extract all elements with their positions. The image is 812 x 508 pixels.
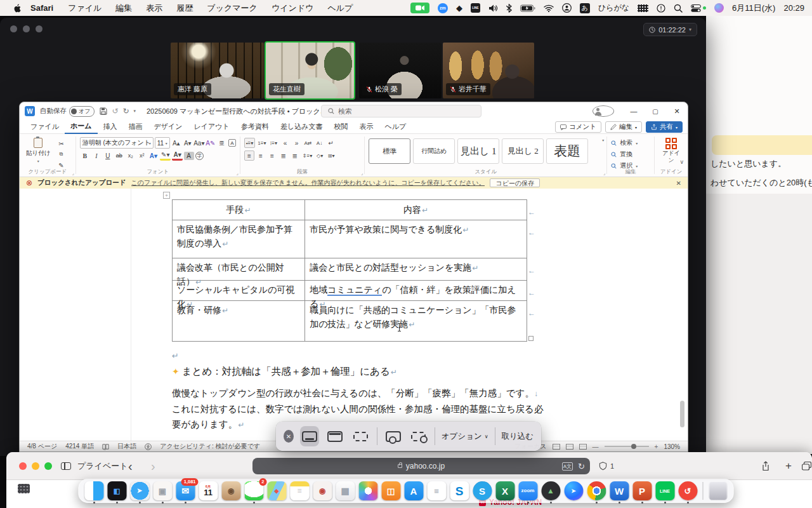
- dock-icon-books[interactable]: ◫: [381, 480, 402, 502]
- language-indicator[interactable]: 日本語: [117, 442, 136, 451]
- editing-mode-button[interactable]: 編集 ▾: [605, 121, 642, 133]
- table-resize-handle[interactable]: [528, 336, 534, 341]
- numbering-button[interactable]: 1≡▾: [256, 138, 267, 148]
- text-effects-button[interactable]: A▾: [148, 150, 159, 161]
- line-spacing-button[interactable]: ⇕≡▾: [301, 150, 313, 161]
- word-search-input[interactable]: 検索: [321, 105, 481, 117]
- show-formatting-marks-button[interactable]: ↵: [325, 138, 336, 148]
- meeting-timer[interactable]: 01:22:22 ▾: [643, 23, 697, 36]
- menu-item[interactable]: ヘルプ: [320, 3, 360, 14]
- ribbon-tab[interactable]: ファイル: [25, 120, 65, 133]
- style-gallery-item[interactable]: 見出し 2: [502, 138, 544, 164]
- dock-icon-excel[interactable]: X: [495, 480, 516, 502]
- dock-icon-messenger[interactable]: ➤: [563, 480, 584, 502]
- ribbon-collapse-icon[interactable]: ∨: [679, 159, 684, 165]
- dock-icon-trash[interactable]: [708, 480, 729, 502]
- table-move-handle[interactable]: +: [163, 192, 170, 199]
- warning-message-link[interactable]: このファイルに問題が発生し、新しい変更を保存できません。作業内容が失われないよう…: [131, 178, 485, 187]
- align-center-button[interactable]: ≡: [256, 150, 266, 161]
- dock-icon-chrome[interactable]: [586, 480, 607, 502]
- highlight-color-button[interactable]: ✎▾: [160, 150, 171, 161]
- copy-button[interactable]: ⧉: [56, 149, 66, 159]
- shrink-font-button[interactable]: A▾: [183, 138, 193, 148]
- dock-icon-finder[interactable]: [84, 480, 105, 502]
- address-bar[interactable]: yahoo.co.jp A文 ↻: [252, 458, 590, 474]
- window-controls[interactable]: [10, 25, 43, 32]
- strikethrough-button[interactable]: ab: [114, 150, 124, 161]
- dock-icon-preview[interactable]: ▣: [152, 480, 173, 502]
- forward-button[interactable]: ›: [151, 452, 155, 480]
- autosave-control[interactable]: 自動保存 オフ: [40, 106, 95, 117]
- style-gallery-item[interactable]: 標準: [369, 138, 410, 164]
- enclose-characters-button[interactable]: A: [228, 139, 236, 147]
- control-center-icon[interactable]: [691, 4, 706, 12]
- zoom-window-button[interactable]: [36, 25, 43, 32]
- zoom-in-button[interactable]: +: [655, 443, 658, 450]
- share-button[interactable]: [761, 452, 770, 480]
- borders-button[interactable]: ⊞▾: [326, 150, 336, 161]
- sync-status-icon[interactable]: [657, 4, 665, 13]
- battery-icon[interactable]: [520, 4, 535, 12]
- dock-icon-safari[interactable]: ➤: [129, 480, 150, 502]
- dock-icon-skype[interactable]: S: [472, 480, 493, 502]
- style-gallery-item[interactable]: 行間詰め: [413, 138, 455, 164]
- ribbon-tab[interactable]: デザイン: [148, 120, 188, 133]
- line-menubar-icon[interactable]: LINE: [471, 3, 480, 13]
- dock-icon-powerpoint[interactable]: P: [632, 480, 653, 502]
- zoom-out-button[interactable]: —: [593, 443, 599, 450]
- ribbon-tab[interactable]: レイアウト: [188, 120, 235, 133]
- dock-icon-reminders[interactable]: ≡: [426, 480, 447, 502]
- zoom-menubar-icon[interactable]: zm: [438, 3, 448, 13]
- grid-widget-icon[interactable]: [18, 484, 30, 493]
- align-left-button[interactable]: ≡: [244, 150, 254, 161]
- editing-command[interactable]: 検索 ▾: [611, 138, 650, 148]
- ribbon-tab[interactable]: 描画: [123, 120, 148, 133]
- participant-video-tile[interactable]: 岩井千華: [443, 43, 534, 98]
- style-gallery-scroll-icon[interactable]: ▾: [602, 138, 604, 142]
- ruby-button[interactable]: 亜: [217, 138, 227, 148]
- participant-video-tile[interactable]: 花生直樹: [266, 43, 354, 98]
- screen-recording-camera-icon[interactable]: [410, 3, 429, 13]
- menubar-date[interactable]: 6月11日(水): [732, 3, 775, 14]
- asian-layout-button[interactable]: A⇄: [303, 138, 313, 148]
- close-warning-icon[interactable]: ✕: [676, 180, 681, 187]
- accessibility-status[interactable]: アクセシビリティ: 検討が必要です: [160, 442, 260, 451]
- page-indicator[interactable]: 4/8 ページ: [27, 442, 57, 451]
- style-gallery-item[interactable]: 見出し 1: [457, 138, 499, 164]
- zoom-slider[interactable]: [605, 446, 649, 447]
- clear-formatting-button[interactable]: A✎: [206, 138, 216, 148]
- distribute-text-button[interactable]: ≣: [290, 150, 300, 161]
- minimize-window-button[interactable]: [32, 462, 39, 470]
- change-case-button[interactable]: Aa▾: [194, 138, 204, 148]
- wifi-icon[interactable]: [544, 4, 554, 12]
- participant-video-tile[interactable]: 松浪 榮: [359, 43, 442, 98]
- dock-icon-maps[interactable]: ◆: [266, 480, 287, 502]
- record-selection-button[interactable]: [409, 426, 428, 446]
- close-window-button[interactable]: [19, 462, 27, 470]
- capture-button[interactable]: 取り込む: [501, 431, 534, 442]
- bluetooth-icon[interactable]: [506, 4, 512, 13]
- back-button[interactable]: ‹: [128, 452, 133, 480]
- dock-icon-skype-logo[interactable]: S: [449, 480, 470, 502]
- capture-window-button[interactable]: [325, 426, 344, 446]
- grow-font-button[interactable]: A▴: [171, 138, 181, 148]
- private-browsing-label[interactable]: プライベート: [77, 452, 128, 480]
- dialog-launcher-icon[interactable]: ⌟: [72, 171, 74, 176]
- menu-item[interactable]: ファイル: [61, 3, 108, 14]
- dropbox-icon[interactable]: ◆: [456, 3, 462, 13]
- justify-button[interactable]: ≣: [278, 150, 289, 161]
- decrease-indent-button[interactable]: «: [280, 138, 290, 148]
- menu-item[interactable]: 履歴: [169, 3, 200, 14]
- capture-entire-screen-button[interactable]: [300, 426, 319, 446]
- addins-icon[interactable]: [665, 138, 677, 149]
- save-icon[interactable]: [100, 107, 107, 115]
- autosave-toggle[interactable]: オフ: [69, 106, 95, 117]
- web-layout-icon[interactable]: [579, 444, 587, 450]
- dock-icon-mail[interactable]: ✉ 1,081: [175, 480, 196, 502]
- capture-options-button[interactable]: オプション ∨: [442, 431, 488, 442]
- zoom-percentage[interactable]: 130%: [664, 443, 680, 450]
- zoom-window-button[interactable]: [44, 462, 52, 470]
- dock-icon-red-circle-app[interactable]: ↺: [678, 480, 698, 502]
- read-mode-icon[interactable]: [553, 444, 560, 450]
- new-tab-button[interactable]: +: [785, 452, 792, 480]
